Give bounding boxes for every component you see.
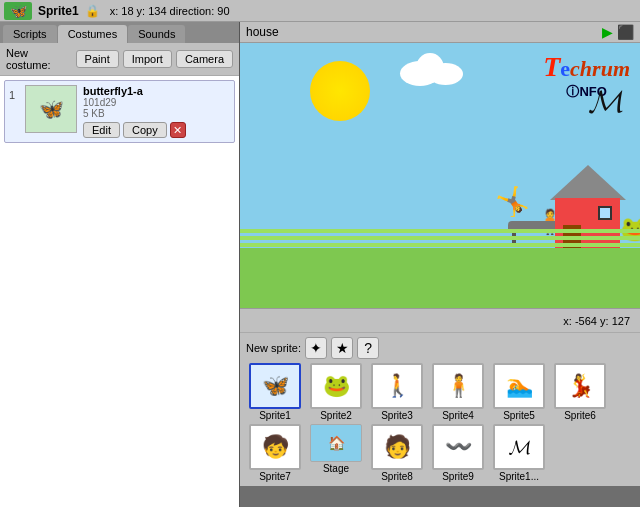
sprite-label-sprite1: Sprite1 — [259, 410, 291, 421]
sprite-thumb-sprite4[interactable]: 🧍 Sprite4 — [429, 363, 487, 421]
sprite-image-sprite1[interactable]: 🦋 — [249, 363, 301, 409]
ground-decoration — [240, 248, 640, 308]
sprite-thumb-sprite2[interactable]: 🐸 Sprite2 — [307, 363, 365, 421]
sprite-label-sprite9: Sprite9 — [442, 471, 474, 482]
ground-stripes — [240, 229, 640, 250]
sprite-image-sprite5[interactable]: 🏊 — [493, 363, 545, 409]
sprite-thumb-sprite3[interactable]: 🚶 Sprite3 — [368, 363, 426, 421]
sprite-label-sprite6: Sprite6 — [564, 410, 596, 421]
new-sprite-bar: New sprite: ✦ ★ ? — [246, 337, 634, 359]
new-costume-bar: New costume: Paint Import Camera — [0, 43, 239, 76]
copy-costume-button[interactable]: Copy — [123, 122, 167, 138]
sprite-bar: New sprite: ✦ ★ ? 🦋 Sprite1 🐸 Sprite2 🚶 … — [240, 332, 640, 486]
house-window — [598, 206, 612, 220]
stage-title-bar: house ▶ ⬛ — [240, 22, 640, 43]
stage-thumb[interactable]: 🏠 Stage — [307, 424, 365, 474]
costume-buttons: Edit Copy ✕ — [83, 122, 230, 138]
sprite-label-sprite5: Sprite5 — [503, 410, 535, 421]
left-panel: Scripts Costumes Sounds New costume: Pai… — [0, 22, 240, 507]
sprite-label-sprite4: Sprite4 — [442, 410, 474, 421]
new-sprite-import-button[interactable]: ? — [357, 337, 379, 359]
sprite-label-sprite7: Sprite7 — [259, 471, 291, 482]
sprite-thumb-sprite6[interactable]: 💃 Sprite6 — [551, 363, 609, 421]
bottom-status: x: -564 y: 127 — [240, 308, 640, 332]
sun-decoration — [310, 61, 370, 121]
camera-button[interactable]: Camera — [176, 50, 233, 68]
sprite-thumb-sprite1[interactable]: 🦋 Sprite1 — [246, 363, 304, 421]
costume-item: 1 🦋 butterfly1-a 101d29 5 KB Edit Copy ✕ — [4, 80, 235, 143]
tabs-bar: Scripts Costumes Sounds — [0, 22, 239, 43]
sprite-thumb-sprite5[interactable]: 🏊 Sprite5 — [490, 363, 548, 421]
lock-icon: 🔒 — [85, 4, 100, 18]
new-costume-label: New costume: — [6, 47, 72, 71]
sprite-thumb-sprite8[interactable]: 🧑 Sprite8 — [368, 424, 426, 482]
top-bar: 🦋 Sprite1 🔒 x: 18 y: 134 direction: 90 — [0, 0, 640, 22]
stage-title: house — [246, 25, 279, 39]
sprite-label-sprite8: Sprite8 — [381, 471, 413, 482]
sprite-thumb-sprite10[interactable]: 𝓜 Sprite1... — [490, 424, 548, 482]
sprite-thumb-sprite9[interactable]: 〰️ Sprite9 — [429, 424, 487, 482]
sprite-image-sprite7[interactable]: 🧒 — [249, 424, 301, 470]
new-sprite-surprise-button[interactable]: ★ — [331, 337, 353, 359]
edit-costume-button[interactable]: Edit — [83, 122, 120, 138]
new-sprite-label: New sprite: — [246, 342, 301, 354]
house-roof — [550, 165, 626, 200]
gymnast-sprite: 🤸 — [495, 185, 530, 218]
paint-button[interactable]: Paint — [76, 50, 119, 68]
costume-thumbnail: 🦋 — [25, 85, 77, 133]
tab-sounds[interactable]: Sounds — [128, 25, 185, 43]
right-area: house ▶ ⬛ Techrum ⓘNFO 𝓜 — [240, 22, 640, 507]
stop-flag-icon[interactable]: ⬛ — [617, 24, 634, 40]
sprite-image-sprite3[interactable]: 🚶 — [371, 363, 423, 409]
watermark2: 𝓜 — [589, 83, 622, 120]
costume-name: butterfly1-a — [83, 85, 230, 97]
sprite-thumbs: 🦋 Sprite1 🐸 Sprite2 🚶 Sprite3 🧍 Sprite4 — [246, 363, 634, 482]
sprite-label-sprite2: Sprite2 — [320, 410, 352, 421]
sprite-image-sprite10[interactable]: 𝓜 — [493, 424, 545, 470]
sprite-image-sprite2[interactable]: 🐸 — [310, 363, 362, 409]
sprite-image-sprite9[interactable]: 〰️ — [432, 424, 484, 470]
stage-label: Stage — [323, 463, 349, 474]
sprite-thumb-sprite7[interactable]: 🧒 Sprite7 — [246, 424, 304, 482]
costume-info: butterfly1-a 101d29 5 KB Edit Copy ✕ — [83, 85, 230, 138]
tab-costumes[interactable]: Costumes — [58, 25, 128, 43]
costume-list: 1 🦋 butterfly1-a 101d29 5 KB Edit Copy ✕ — [0, 76, 239, 507]
stage-coords: x: -564 y: 127 — [563, 315, 630, 327]
green-flag-icon[interactable]: ▶ — [602, 24, 613, 40]
costume-number: 1 — [9, 89, 19, 101]
sprite-image-sprite8[interactable]: 🧑 — [371, 424, 423, 470]
sprite-label-sprite10: Sprite1... — [499, 471, 539, 482]
sprite-icon: 🦋 — [4, 2, 32, 20]
tab-scripts[interactable]: Scripts — [3, 25, 57, 43]
costume-id: 101d29 — [83, 97, 230, 108]
stage-image[interactable]: 🏠 — [310, 424, 362, 462]
sprite-coords: x: 18 y: 134 direction: 90 — [110, 5, 230, 17]
sprite-image-sprite4[interactable]: 🧍 — [432, 363, 484, 409]
sprite-label-sprite3: Sprite3 — [381, 410, 413, 421]
delete-costume-button[interactable]: ✕ — [170, 122, 186, 138]
sprite-name: Sprite1 — [38, 4, 79, 18]
import-button[interactable]: Import — [123, 50, 172, 68]
sprite-image-sprite6[interactable]: 💃 — [554, 363, 606, 409]
stage-flags: ▶ ⬛ — [602, 24, 634, 40]
new-sprite-paint-button[interactable]: ✦ — [305, 337, 327, 359]
costume-size: 5 KB — [83, 108, 230, 119]
main-layout: Scripts Costumes Sounds New costume: Pai… — [0, 22, 640, 507]
stage-canvas: Techrum ⓘNFO 𝓜 🤸 🧍 🧎 🐸 🏃 🧒 — [240, 43, 640, 308]
